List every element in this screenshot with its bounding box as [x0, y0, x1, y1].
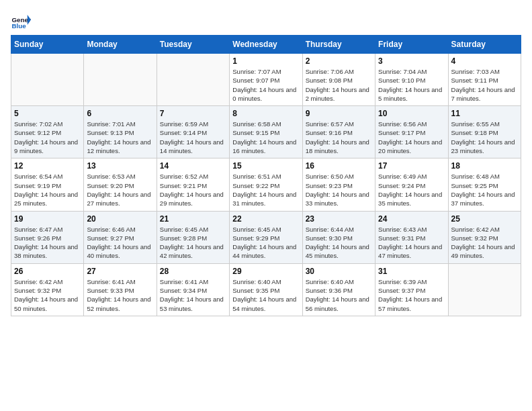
- weekday-header-saturday: Saturday: [448, 36, 521, 54]
- day-detail: Sunrise: 6:49 AMSunset: 9:24 PMDaylight:…: [378, 172, 445, 208]
- day-number: 17: [378, 161, 445, 171]
- calendar-cell: 23Sunrise: 6:44 AMSunset: 9:30 PMDayligh…: [302, 211, 375, 263]
- day-number: 20: [87, 214, 153, 224]
- calendar-cell: 7Sunrise: 6:59 AMSunset: 9:14 PMDaylight…: [157, 106, 229, 158]
- day-detail: Sunrise: 6:55 AMSunset: 9:18 PMDaylight:…: [451, 120, 518, 155]
- calendar-header-row: SundayMondayTuesdayWednesdayThursdayFrid…: [11, 36, 521, 54]
- calendar-cell: 24Sunrise: 6:43 AMSunset: 9:31 PMDayligh…: [375, 211, 448, 263]
- calendar-cell: 25Sunrise: 6:42 AMSunset: 9:32 PMDayligh…: [448, 211, 521, 263]
- calendar-cell: 19Sunrise: 6:47 AMSunset: 9:26 PMDayligh…: [11, 211, 84, 263]
- day-detail: Sunrise: 6:47 AMSunset: 9:26 PMDaylight:…: [14, 225, 81, 261]
- day-detail: Sunrise: 6:57 AMSunset: 9:16 PMDaylight:…: [306, 120, 372, 155]
- weekday-header-wednesday: Wednesday: [230, 36, 302, 54]
- calendar-cell: 21Sunrise: 6:45 AMSunset: 9:28 PMDayligh…: [157, 211, 229, 263]
- day-detail: Sunrise: 6:42 AMSunset: 9:32 PMDaylight:…: [14, 277, 81, 313]
- day-detail: Sunrise: 6:50 AMSunset: 9:23 PMDaylight:…: [306, 172, 372, 208]
- calendar-cell: 16Sunrise: 6:50 AMSunset: 9:23 PMDayligh…: [302, 158, 375, 211]
- calendar-cell: 8Sunrise: 6:58 AMSunset: 9:15 PMDaylight…: [230, 106, 302, 158]
- day-detail: Sunrise: 6:59 AMSunset: 9:14 PMDaylight:…: [160, 120, 226, 155]
- day-number: 19: [14, 214, 81, 224]
- day-number: 21: [160, 214, 226, 224]
- day-detail: Sunrise: 6:43 AMSunset: 9:31 PMDaylight:…: [378, 225, 445, 261]
- day-detail: Sunrise: 6:40 AMSunset: 9:36 PMDaylight:…: [306, 277, 372, 313]
- day-number: 14: [160, 161, 226, 171]
- day-number: 1: [232, 56, 299, 66]
- calendar-week-row: 1Sunrise: 7:07 AMSunset: 9:07 PMDaylight…: [11, 54, 521, 106]
- day-number: 27: [87, 267, 153, 276]
- day-detail: Sunrise: 6:45 AMSunset: 9:29 PMDaylight:…: [232, 225, 299, 261]
- day-number: 11: [451, 109, 518, 118]
- logo-icon: General Blue: [11, 11, 31, 31]
- weekday-header-tuesday: Tuesday: [157, 36, 229, 54]
- calendar-cell: 20Sunrise: 6:46 AMSunset: 9:27 PMDayligh…: [84, 211, 157, 263]
- day-detail: Sunrise: 6:45 AMSunset: 9:28 PMDaylight:…: [160, 225, 226, 261]
- day-number: 15: [232, 161, 299, 171]
- day-number: 31: [378, 267, 445, 276]
- day-number: 7: [160, 109, 226, 118]
- day-detail: Sunrise: 6:48 AMSunset: 9:25 PMDaylight:…: [451, 172, 518, 208]
- calendar-week-row: 5Sunrise: 7:02 AMSunset: 9:12 PMDaylight…: [11, 106, 521, 158]
- calendar-cell: 3Sunrise: 7:04 AMSunset: 9:10 PMDaylight…: [375, 54, 448, 106]
- day-number: 5: [14, 109, 81, 118]
- day-number: 8: [232, 109, 299, 118]
- day-number: 16: [306, 161, 372, 171]
- day-detail: Sunrise: 7:07 AMSunset: 9:07 PMDaylight:…: [232, 67, 299, 103]
- calendar-cell: 30Sunrise: 6:40 AMSunset: 9:36 PMDayligh…: [302, 263, 375, 316]
- day-detail: Sunrise: 6:44 AMSunset: 9:30 PMDaylight:…: [306, 225, 372, 261]
- page-header: General Blue: [11, 11, 521, 31]
- day-detail: Sunrise: 6:58 AMSunset: 9:15 PMDaylight:…: [232, 120, 299, 155]
- calendar-week-row: 19Sunrise: 6:47 AMSunset: 9:26 PMDayligh…: [11, 211, 521, 263]
- calendar-week-row: 26Sunrise: 6:42 AMSunset: 9:32 PMDayligh…: [11, 263, 521, 316]
- calendar-cell: 5Sunrise: 7:02 AMSunset: 9:12 PMDaylight…: [11, 106, 84, 158]
- calendar-cell: [11, 54, 84, 106]
- calendar-cell: 2Sunrise: 7:06 AMSunset: 9:08 PMDaylight…: [302, 54, 375, 106]
- calendar-cell: 4Sunrise: 7:03 AMSunset: 9:11 PMDaylight…: [448, 54, 521, 106]
- calendar-cell: 29Sunrise: 6:40 AMSunset: 9:35 PMDayligh…: [230, 263, 302, 316]
- day-number: 30: [306, 267, 372, 276]
- day-number: 12: [14, 161, 81, 171]
- day-number: 24: [378, 214, 445, 224]
- day-number: 29: [232, 267, 299, 276]
- day-detail: Sunrise: 7:03 AMSunset: 9:11 PMDaylight:…: [451, 67, 518, 103]
- calendar-cell: 17Sunrise: 6:49 AMSunset: 9:24 PMDayligh…: [375, 158, 448, 211]
- day-detail: Sunrise: 6:56 AMSunset: 9:17 PMDaylight:…: [378, 120, 445, 155]
- calendar-cell: 27Sunrise: 6:41 AMSunset: 9:33 PMDayligh…: [84, 263, 157, 316]
- day-number: 25: [451, 214, 518, 224]
- calendar-cell: [84, 54, 157, 106]
- day-detail: Sunrise: 7:04 AMSunset: 9:10 PMDaylight:…: [378, 67, 445, 103]
- calendar-cell: 12Sunrise: 6:54 AMSunset: 9:19 PMDayligh…: [11, 158, 84, 211]
- day-detail: Sunrise: 6:52 AMSunset: 9:21 PMDaylight:…: [160, 172, 226, 208]
- svg-text:Blue: Blue: [12, 22, 27, 30]
- day-detail: Sunrise: 6:39 AMSunset: 9:37 PMDaylight:…: [378, 277, 445, 313]
- day-detail: Sunrise: 7:01 AMSunset: 9:13 PMDaylight:…: [87, 120, 153, 155]
- day-number: 10: [378, 109, 445, 118]
- day-detail: Sunrise: 7:02 AMSunset: 9:12 PMDaylight:…: [14, 120, 81, 155]
- day-detail: Sunrise: 6:51 AMSunset: 9:22 PMDaylight:…: [232, 172, 299, 208]
- day-detail: Sunrise: 6:42 AMSunset: 9:32 PMDaylight:…: [451, 225, 518, 261]
- calendar-cell: [448, 263, 521, 316]
- day-number: 18: [451, 161, 518, 171]
- day-number: 13: [87, 161, 153, 171]
- calendar-cell: 1Sunrise: 7:07 AMSunset: 9:07 PMDaylight…: [230, 54, 302, 106]
- day-number: 6: [87, 109, 153, 118]
- weekday-header-friday: Friday: [375, 36, 448, 54]
- day-number: 2: [306, 56, 372, 66]
- day-detail: Sunrise: 6:41 AMSunset: 9:33 PMDaylight:…: [87, 277, 153, 313]
- calendar-cell: 31Sunrise: 6:39 AMSunset: 9:37 PMDayligh…: [375, 263, 448, 316]
- day-number: 26: [14, 267, 81, 276]
- day-detail: Sunrise: 6:54 AMSunset: 9:19 PMDaylight:…: [14, 172, 81, 208]
- calendar-cell: 9Sunrise: 6:57 AMSunset: 9:16 PMDaylight…: [302, 106, 375, 158]
- logo: General Blue: [11, 11, 31, 31]
- calendar-cell: [157, 54, 229, 106]
- weekday-header-monday: Monday: [84, 36, 157, 54]
- weekday-header-thursday: Thursday: [302, 36, 375, 54]
- day-detail: Sunrise: 6:41 AMSunset: 9:34 PMDaylight:…: [160, 277, 226, 313]
- day-detail: Sunrise: 6:40 AMSunset: 9:35 PMDaylight:…: [232, 277, 299, 313]
- calendar-cell: 26Sunrise: 6:42 AMSunset: 9:32 PMDayligh…: [11, 263, 84, 316]
- day-detail: Sunrise: 7:06 AMSunset: 9:08 PMDaylight:…: [306, 67, 372, 103]
- calendar-cell: 10Sunrise: 6:56 AMSunset: 9:17 PMDayligh…: [375, 106, 448, 158]
- day-number: 4: [451, 56, 518, 66]
- day-number: 3: [378, 56, 445, 66]
- calendar-table: SundayMondayTuesdayWednesdayThursdayFrid…: [11, 35, 521, 316]
- calendar-cell: 28Sunrise: 6:41 AMSunset: 9:34 PMDayligh…: [157, 263, 229, 316]
